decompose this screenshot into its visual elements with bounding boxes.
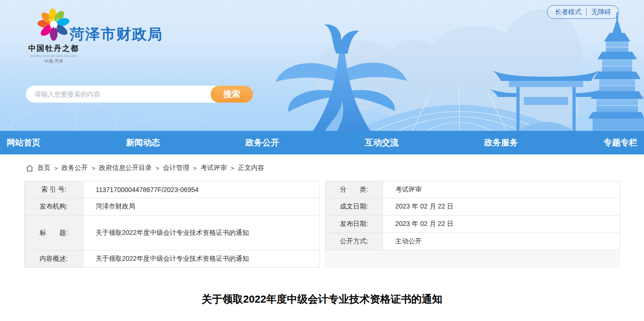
field-label: 内容概述: [24,250,83,267]
field-label: 公开方式: [326,233,383,250]
field-value: 主动公开 [383,233,620,250]
breadcrumb-catalog[interactable]: 政府信息公开目录 [99,164,152,172]
table-row-summary: 内容概述: 关于领取2022年度中级会计专业技术资格证书的通知 [24,250,320,268]
main-nav: 网站首页 新闻动态 政务公开 互动交流 政务服务 专题专栏 [0,131,644,154]
home-icon [26,165,33,172]
table-row-category: 分 类: 考试评审 [325,181,620,198]
nav-item-topics[interactable]: 专题专栏 [603,137,637,148]
field-label: 分 类: [326,181,383,198]
table-row-open-mode: 公开方式: 主动公开 [325,233,620,250]
table-row-written-date: 成文日期: 2023 年 02 月 22 日 [325,198,620,216]
info-table-right: 分 类: 考试评审 成文日期: 2023 年 02 月 22 日 发布日期: 2… [325,181,620,268]
nav-item-interact[interactable]: 互动交流 [365,137,399,148]
breadcrumb-home[interactable]: 首页 [37,164,50,172]
breadcrumb-separator: > [54,165,58,172]
table-row-index-no: 索 引 号: 11371700004478677F/2023-06954 [24,181,320,198]
site-title: 菏泽市财政局 [70,24,163,44]
field-label: 标 题: [24,216,83,250]
nav-item-news[interactable]: 新闻动态 [126,137,160,148]
field-value: 2023 年 02 月 22 日 [383,198,620,215]
search-bar: 搜索 [26,86,253,103]
info-table-left: 索 引 号: 11371700004478677F/2023-06954 发布机… [24,181,320,268]
breadcrumb-exam[interactable]: 考试评审 [200,164,227,172]
barrier-free-button[interactable]: 无障碍 [591,8,611,16]
info-table: 索 引 号: 11371700004478677F/2023-06954 发布机… [24,181,620,268]
breadcrumb-gov-info[interactable]: 政务公开 [62,164,88,172]
logo-text-en: ZHONG GUO MU DAN ZHI DOU [24,55,84,57]
article-title: 关于领取2022年度中级会计专业技术资格证书的通知 [0,292,644,306]
accessibility-toolbar: 长者模式 无障碍 [547,5,619,19]
site-header: 中国牡丹之都 ZHONG GUO MU DAN ZHI DOU 中国·菏泽 菏泽… [0,0,644,131]
field-label: 发布日期: [326,216,383,233]
field-label: 发布机构: [24,198,83,215]
field-label: 索 引 号: [24,181,83,198]
breadcrumb-accounting[interactable]: 会计管理 [163,164,189,172]
field-value: 关于领取2022年度中级会计专业技术资格证书的通知 [83,250,319,267]
table-row-empty [325,250,620,268]
breadcrumb-current: 正文内容 [238,164,264,172]
breadcrumb-separator: > [230,165,234,172]
header-decoration-art [0,0,644,131]
elder-mode-button[interactable]: 长者模式 [555,8,581,16]
breadcrumb-separator: > [92,165,96,172]
field-value: 菏泽市财政局 [83,198,319,215]
nav-item-services[interactable]: 政务服务 [484,137,518,148]
pagoda-illustration [588,12,644,131]
nav-item-home[interactable]: 网站首页 [7,137,41,148]
field-value: 关于领取2022年度中级会计专业技术资格证书的通知 [83,216,319,250]
nav-item-gov-info[interactable]: 政务公开 [245,137,279,148]
search-button[interactable]: 搜索 [211,86,253,103]
pill-divider [586,8,587,16]
peony-logo-icon [32,8,75,43]
breadcrumb-separator: > [193,165,197,172]
table-row-issuer: 发布机构: 菏泽市财政局 [24,198,320,216]
table-row-publish-date: 发布日期: 2023 年 02 月 22 日 [325,216,620,233]
breadcrumb-separator: > [155,165,159,172]
logo-text-cn: 中国牡丹之都 [24,44,84,54]
breadcrumb: 首页 > 政务公开 > 政府信息公开目录 > 会计管理 > 考试评审 > 正文内… [26,163,644,173]
field-value: 考试评审 [383,181,620,198]
field-value: 2023 年 02 月 22 日 [383,216,620,233]
logo-text-sub: 中国·菏泽 [24,58,84,64]
table-row-title: 标 题: 关于领取2022年度中级会计专业技术资格证书的通知 [24,216,320,250]
field-label: 成文日期: [326,198,383,215]
field-value: 11371700004478677F/2023-06954 [83,181,319,198]
